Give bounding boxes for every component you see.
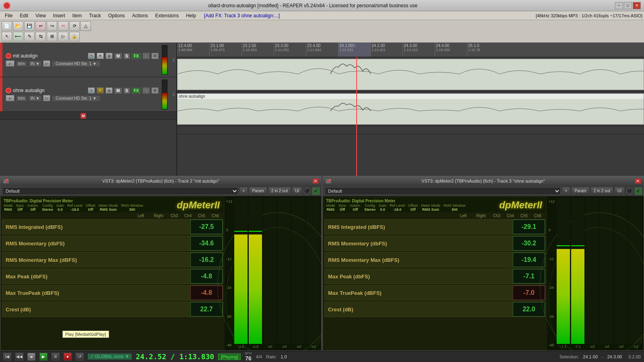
menu-actions[interactable]: Actions (129, 12, 151, 19)
bargraph-bars-2 (557, 198, 642, 344)
track-row-1: mit autolign 🔊 R φ M S FX ○ ⚙ ↙ trim IN … (0, 43, 176, 77)
toolbar-btn-cursor[interactable]: ↖ (2, 32, 12, 41)
transport-stop[interactable]: ■ (27, 353, 35, 361)
menu-options[interactable]: Options (105, 12, 128, 19)
track-phase-2[interactable]: φ (105, 87, 113, 94)
transport-loop[interactable]: ↺ (76, 353, 84, 361)
track-output-1[interactable]: Conexant HD Ste. 1 ▼ (52, 61, 100, 67)
maximize-button[interactable]: □ (624, 2, 632, 9)
track-output-2[interactable]: Conexant HD Ste. 1 ▼ (52, 95, 100, 101)
track-input-icon-2[interactable]: ↙ (6, 95, 14, 101)
menu-help[interactable]: Help (183, 12, 199, 19)
bar-bottom-labels-2: -7.1 -7.1 -inf -inf -inf -inf (557, 344, 642, 349)
meter-rms-momentary-2: RMS Momentary (dbFS) -30.2 (324, 236, 545, 251)
vst-io-btn-2[interactable]: 2 in 2 out (591, 187, 613, 195)
track-env-2[interactable]: ○ (142, 87, 150, 94)
transport-prev[interactable]: ◀◀ (15, 353, 23, 361)
vst-preset-2[interactable]: Default (324, 187, 561, 195)
vst-close-2[interactable]: ✕ (635, 178, 641, 184)
transport-record[interactable]: ● (64, 353, 72, 361)
vst-enable-btn-1[interactable]: ✓ (312, 187, 320, 195)
toolbar-btn-ripple2[interactable]: ⇆ (35, 32, 46, 41)
toolbar-btn-save[interactable]: 💾 (24, 21, 35, 31)
rate-label: Rate: (266, 354, 277, 359)
toolbar-btn-loop[interactable]: ▷ (58, 32, 68, 41)
toolbar-btn-open[interactable]: 📂 (13, 21, 23, 31)
vst-pin-2[interactable]: 📌 (325, 178, 332, 184)
toolbar-btn-ripple[interactable]: △ (80, 21, 91, 31)
vst-enable-btn-2[interactable]: ✓ (635, 187, 642, 195)
vst-close-1[interactable]: ✕ (312, 178, 319, 184)
vst-add-btn-1[interactable]: + (240, 187, 248, 195)
track-route-2[interactable]: R (97, 87, 104, 94)
track-in-arrow-2[interactable]: ▷ (43, 95, 50, 101)
track-trim-1[interactable]: trim (16, 61, 27, 67)
waveform-track-1[interactable] (177, 57, 644, 92)
transport-rewind[interactable]: |◀ (3, 353, 11, 361)
track-solo-1[interactable]: S (124, 53, 130, 59)
toolbar-btn-new[interactable]: 📄 (2, 21, 12, 31)
track-solo-2[interactable]: S (124, 88, 130, 94)
toolbar-btn-pencil[interactable]: ✎ (24, 32, 35, 41)
track-settings-2[interactable]: ⚙ (151, 87, 159, 94)
vst-add-btn-2[interactable]: + (562, 187, 570, 195)
vst-param-btn-1[interactable]: Param (249, 187, 266, 195)
close-button[interactable]: ✕ (633, 2, 641, 9)
track-in-2[interactable]: IN ▼ (29, 95, 42, 101)
toolbar-btn-redo[interactable]: ↪ (47, 21, 57, 31)
menu-insert[interactable]: Insert (50, 12, 68, 19)
track-vol-2[interactable]: 🔊 (88, 87, 95, 94)
track-input-icon-1[interactable]: ↙ (6, 60, 14, 67)
toolbar-btn-grid[interactable]: ⊞ (47, 32, 57, 41)
menu-view[interactable]: View (32, 12, 49, 19)
vst-ui-btn-1[interactable]: UI (292, 187, 302, 195)
menu-edit[interactable]: Edit (17, 12, 31, 19)
vst-pin-1[interactable]: 📌 (3, 178, 9, 184)
bar-ch4-2 (600, 198, 613, 344)
track-power-1[interactable] (6, 53, 11, 59)
minimize-button[interactable]: − (615, 2, 623, 9)
track-phase-1[interactable]: φ (105, 53, 113, 59)
waveform-track-2[interactable]: ohne autoalign (177, 92, 644, 126)
vst-reset-btn-2[interactable]: ↺ (626, 187, 633, 195)
timeline-mark-0: 12.4.00 1:08.684 (177, 43, 209, 57)
transport-pause[interactable]: ⏸ (52, 353, 60, 361)
track-settings-1[interactable]: ⚙ (151, 53, 159, 59)
track-top-row-1: mit autolign 🔊 R φ M S FX ○ ⚙ (6, 53, 159, 59)
track-vol-1[interactable]: 🔊 (88, 53, 95, 59)
track-fx-1[interactable]: FX (132, 53, 141, 59)
menu-item[interactable]: Item (69, 12, 85, 19)
track-env-1[interactable]: ○ (142, 53, 150, 59)
track-in-arrow-1[interactable]: ▷ (43, 60, 50, 67)
toolbar-btn-undo[interactable]: ↩ (35, 21, 46, 31)
menu-extensions[interactable]: Extensions (152, 12, 182, 19)
toolbar-btn-cut[interactable]: ✂ (58, 21, 68, 31)
waveform-clip-1[interactable] (177, 59, 644, 90)
toolbar-btn-snap[interactable]: ⟳ (69, 21, 80, 31)
track-mute-1[interactable]: M (114, 53, 122, 59)
vst-area: 📌 VST3: dpMeter2 (TBProAudio) (6ch) - Tr… (0, 176, 644, 351)
vst-reset-btn-1[interactable]: ↺ (303, 187, 311, 195)
transport-play[interactable]: ▶ (39, 353, 47, 361)
track-route-1[interactable]: R (97, 53, 104, 59)
track-controls-2: ohne autoalign 🔊 R φ M S FX ○ ⚙ ↙ trim I… (6, 87, 159, 101)
bar-ch6-1 (306, 198, 320, 344)
track-in-1[interactable]: IN ▼ (29, 61, 42, 67)
vst-window-1: 📌 VST3: dpMeter2 (TBProAudio) (6ch) - Tr… (0, 176, 322, 351)
toolbar-btn-trim[interactable]: ⟵ (13, 32, 23, 41)
track-mute-2[interactable]: M (114, 88, 122, 94)
audio-info: [48kHz 320kbps MP3 : 1/2ch 416spls ~17/1… (536, 13, 642, 18)
timeline-mark-5: 24.1.00▽ 1:12.631 (338, 43, 370, 57)
meter-rms-momentary-1: RMS Momentary (dbFS) -34.6 (2, 236, 223, 251)
vst-preset-1[interactable]: Default (2, 187, 238, 195)
vst-ui-btn-2[interactable]: UI (615, 187, 624, 195)
track-power-2[interactable] (6, 88, 11, 93)
menu-file[interactable]: File (2, 12, 16, 19)
waveform-clip-2[interactable]: ohne autoalign (177, 93, 644, 125)
track-fx-2[interactable]: FX (132, 88, 141, 94)
vst-io-btn-1[interactable]: 2 in 2 out (268, 187, 291, 195)
track-trim-2[interactable]: trim (16, 95, 27, 101)
menu-track[interactable]: Track (86, 12, 104, 19)
toolbar-btn-lock[interactable]: 🔒 (69, 32, 80, 41)
vst-param-btn-2[interactable]: Param (572, 187, 589, 195)
